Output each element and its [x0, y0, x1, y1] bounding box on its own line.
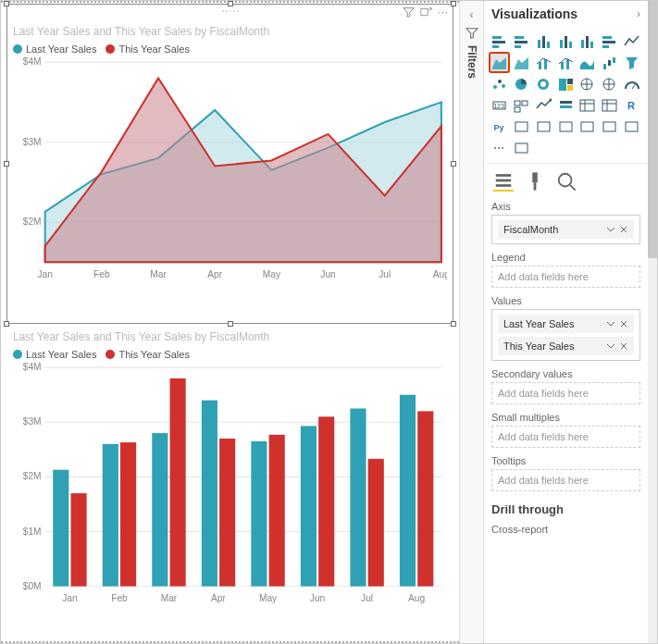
svg-rect-29 — [120, 443, 136, 588]
viz-type-kpi[interactable] — [534, 95, 553, 115]
area-chart-tile[interactable]: ··· Last Year Sales and This Year Sales … — [6, 4, 453, 324]
svg-rect-47 — [417, 412, 433, 587]
viz-type-bar-stacked[interactable] — [490, 31, 509, 51]
small-multiples-well[interactable]: Add data fields here — [491, 426, 640, 448]
secondary-label: Secondary values — [491, 368, 640, 379]
viz-type-donut[interactable] — [534, 74, 553, 93]
report-canvas[interactable]: ··· Last Year Sales and This Year Sales … — [1, 1, 459, 643]
viz-type-paginated[interactable] — [577, 117, 597, 136]
viz-type-multi-card[interactable] — [512, 95, 531, 115]
viz-type-r[interactable]: R — [622, 95, 641, 115]
chart-legend: Last Year Sales This Year Sales — [7, 343, 453, 362]
remove-icon[interactable] — [619, 319, 628, 328]
well-placeholder: Add data fields here — [498, 475, 634, 486]
viz-type-decomp[interactable] — [534, 117, 553, 136]
viz-type-power-automate[interactable] — [622, 117, 641, 136]
svg-line-85 — [632, 83, 636, 89]
axis-item-fiscalmonth[interactable]: FiscalMonth — [498, 220, 634, 239]
svg-rect-93 — [560, 105, 572, 108]
viz-type-area-stacked[interactable] — [512, 53, 531, 72]
legend-well[interactable]: Add data fields here — [491, 266, 640, 288]
svg-rect-40 — [301, 427, 317, 587]
value-item-this-year[interactable]: This Year Sales — [498, 337, 634, 355]
filters-pane-collapsed[interactable]: ‹ Filters — [459, 1, 483, 643]
svg-text:$1M: $1M — [23, 526, 42, 537]
viz-type-column-stacked[interactable] — [534, 31, 553, 51]
svg-rect-32 — [170, 378, 186, 587]
fields-tab[interactable] — [493, 171, 514, 192]
svg-text:Jul: Jul — [379, 269, 391, 279]
viz-type-line[interactable] — [622, 31, 641, 51]
viz-type-matrix[interactable] — [600, 95, 619, 115]
svg-rect-71 — [603, 64, 606, 69]
values-well[interactable]: Last Year Sales This Year Sales — [491, 309, 640, 361]
analytics-tab[interactable] — [556, 171, 577, 192]
chevron-down-icon[interactable] — [606, 225, 615, 234]
chevron-down-icon[interactable] — [606, 319, 615, 328]
viz-type-area[interactable] — [490, 53, 509, 72]
viz-type-waterfall[interactable] — [600, 53, 619, 72]
svg-text:$2M: $2M — [23, 217, 42, 227]
remove-icon[interactable] — [619, 225, 628, 234]
svg-rect-57 — [547, 42, 550, 48]
svg-rect-89 — [522, 101, 528, 105]
format-tab[interactable] — [525, 171, 545, 192]
secondary-well[interactable]: Add data fields here — [491, 382, 640, 404]
bar-chart-tile[interactable]: Last Year Sales and This Year Sales by F… — [6, 326, 453, 640]
viz-type-ribbon[interactable] — [577, 53, 597, 72]
filter-icon[interactable] — [403, 6, 415, 19]
svg-text:Mar: Mar — [150, 269, 167, 279]
drag-grip-icon[interactable] — [219, 10, 242, 16]
viz-type-gauge[interactable] — [622, 74, 641, 93]
viz-type-map[interactable] — [577, 74, 597, 93]
chart-title: Last Year Sales and This Year Sales by F… — [7, 21, 453, 38]
svg-rect-43 — [350, 409, 366, 587]
viz-type-scatter[interactable] — [490, 74, 509, 93]
svg-line-116 — [570, 185, 576, 191]
scrollbar-thumb[interactable] — [648, 1, 657, 258]
svg-text:Jul: Jul — [361, 593, 373, 603]
svg-rect-25 — [53, 470, 68, 587]
chevron-down-icon[interactable] — [606, 341, 615, 351]
more-icon[interactable]: ··· — [438, 6, 449, 19]
svg-rect-53 — [515, 41, 528, 43]
viz-type-treemap[interactable] — [556, 74, 576, 93]
viz-type-table[interactable] — [577, 95, 597, 115]
viz-type-line-col[interactable] — [534, 53, 553, 72]
remove-icon[interactable] — [619, 341, 628, 351]
svg-text:Apr: Apr — [211, 593, 226, 603]
svg-rect-82 — [567, 85, 573, 91]
viz-type-bar-100[interactable] — [600, 31, 619, 51]
collapse-icon[interactable]: › — [637, 7, 640, 20]
svg-text:Jun: Jun — [320, 269, 335, 279]
svg-rect-0 — [421, 8, 428, 15]
viz-type-blank[interactable] — [512, 138, 531, 157]
viz-type-filled-map[interactable] — [600, 74, 619, 93]
expand-left-icon[interactable]: ‹ — [470, 8, 474, 21]
svg-text:May: May — [263, 269, 281, 279]
viz-type-slicer[interactable] — [556, 95, 576, 115]
viz-type-qna[interactable] — [556, 117, 576, 136]
viz-type-pie[interactable] — [512, 74, 531, 93]
viz-type-card[interactable]: 123 — [490, 95, 509, 115]
viz-type-column-100[interactable] — [577, 31, 597, 51]
viz-type-get-more[interactable]: ⋯ — [490, 138, 509, 157]
bar-chart-svg: $4M$3M$2M$1M$0MJanFebMarAprMayJunJulAug — [13, 362, 447, 607]
value-item-last-year[interactable]: Last Year Sales — [498, 315, 634, 333]
svg-text:Py: Py — [493, 123, 503, 132]
svg-rect-37 — [251, 441, 267, 587]
viz-type-py[interactable]: Py — [490, 117, 509, 136]
focus-mode-icon[interactable] — [420, 6, 432, 19]
svg-text:Aug: Aug — [433, 269, 447, 279]
svg-text:$3M: $3M — [23, 137, 42, 147]
tooltips-well[interactable]: Add data fields here — [491, 469, 640, 491]
viz-type-funnel[interactable] — [622, 53, 641, 72]
viz-type-line-col-stacked[interactable] — [556, 53, 576, 72]
svg-rect-51 — [492, 45, 499, 48]
axis-well[interactable]: FiscalMonth — [491, 215, 640, 244]
vertical-scrollbar[interactable] — [648, 1, 657, 643]
viz-type-key-influencer[interactable] — [512, 117, 531, 136]
viz-type-power-apps[interactable] — [600, 117, 619, 136]
viz-type-column-clustered[interactable] — [556, 31, 576, 51]
viz-type-bar-clustered[interactable] — [512, 31, 531, 51]
